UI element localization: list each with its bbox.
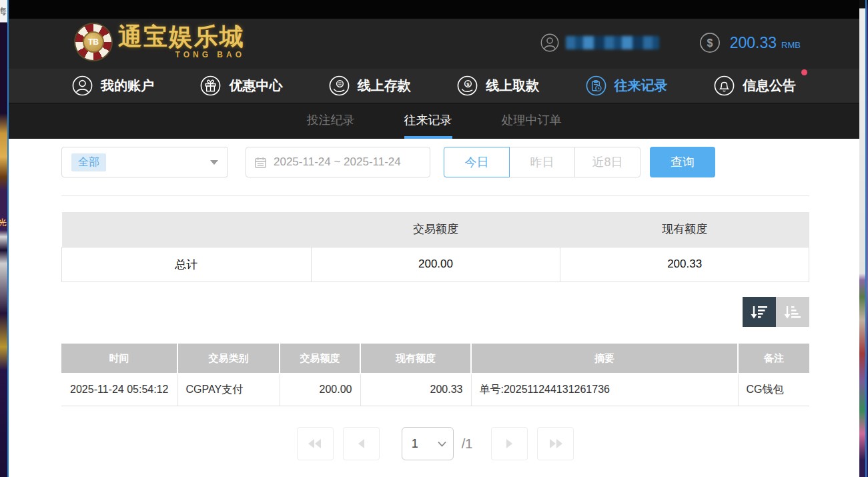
tab-pending-orders[interactable]: 处理中订单 [502,103,562,139]
site-logo[interactable]: TB 通宝娱乐城 TONG BAO [75,24,245,60]
caret-down-icon [210,160,218,165]
quick-last8days-button[interactable]: 近8日 [574,147,640,177]
nav-item-my-account[interactable]: 我的账户 [72,75,154,96]
nav-label: 我的账户 [101,77,154,95]
username-blurred [566,36,659,49]
table-row: 2025-11-24 05:54:12 CGPAY支付 200.00 200.3… [61,374,809,406]
balance-currency: RMB [781,36,801,50]
divider [61,195,809,196]
quick-yesterday-button[interactable]: 昨日 [509,147,575,177]
cell-note: CG钱包 [738,374,809,406]
cell-time: 2025-11-24 05:54:12 [61,374,177,406]
records-icon [586,75,606,96]
records-header-row: 时间 交易类别 交易额度 现有额度 摘要 备注 [61,344,809,374]
quick-today-button[interactable]: 今日 [444,147,510,177]
summary-total-label: 总计 [62,247,312,282]
next-page-icon [504,438,515,450]
main-window: TB 通宝娱乐城 TONG BAO $ [9,0,859,477]
sort-controls [743,297,809,327]
sort-ascending-button[interactable] [776,297,809,327]
col-note: 备注 [738,344,809,374]
nav-label: 线上取款 [486,77,539,95]
page-select[interactable]: 1 [402,427,454,460]
filter-row: 全部 2025-11-24 ~ 2025-11-24 [61,147,715,177]
tab-bet-records[interactable]: 投注纪录 [307,103,355,139]
col-time: 时间 [61,344,177,374]
casino-chip-icon: TB [75,24,111,60]
notification-dot [801,69,807,75]
calendar-icon [254,156,267,169]
date-range-input[interactable]: 2025-11-24 ~ 2025-11-24 [246,147,430,177]
page-total-label: /1 [462,436,473,452]
summary-header-balance: 现有额度 [560,212,809,247]
first-page-icon [307,438,323,450]
prev-page-icon [356,438,366,450]
col-type: 交易类别 [177,344,280,374]
cell-summary: 单号:202511244131261736 [471,374,738,406]
cell-type: CGPAY支付 [177,374,280,406]
search-button[interactable]: 查询 [650,147,715,177]
col-balance: 现有额度 [360,344,471,374]
content-area: 全部 2025-11-24 ~ 2025-11-24 [9,139,859,477]
main-nav: 我的账户 优惠中心 [9,69,859,103]
svg-text:$: $ [466,81,470,87]
balance-area[interactable]: $ 200.33 RMB [699,32,801,53]
logo-name-cn: 通宝娱乐城 [118,25,245,49]
summary-header-amount: 交易额度 [311,212,560,247]
last-page-button[interactable] [537,427,574,460]
last-page-icon [548,438,564,450]
gift-icon [200,75,221,96]
page-select-value: 1 [412,437,418,451]
summary-table: 交易额度 现有额度 总计 200.00 200.33 [61,212,809,282]
nav-item-deposit[interactable]: 线上存款 [329,75,411,96]
nav-label: 信息公告 [743,77,796,95]
top-black-bar [9,0,859,19]
sort-descending-button[interactable] [743,297,776,327]
next-page-button[interactable] [491,427,528,460]
logo-name-en: TONG BAO [175,50,245,59]
nav-item-transactions[interactable]: 往来记录 [586,75,668,96]
nav-label: 往来记录 [614,77,668,95]
tab-transaction-records[interactable]: 往来记录 [404,103,452,139]
dollar-circle-icon: $ [699,32,721,53]
nav-item-withdraw[interactable]: $ 线上取款 [457,75,539,96]
withdraw-icon: $ [457,75,478,96]
cell-balance: 200.33 [360,374,471,406]
summary-total-amount: 200.00 [311,247,560,282]
first-page-button[interactable] [297,427,334,460]
svg-text:$: $ [707,37,713,49]
sort-descending-icon [750,304,769,320]
nav-item-promotions[interactable]: 优惠中心 [200,75,282,96]
nav-label: 线上存款 [358,77,411,95]
col-amount: 交易额度 [280,344,360,374]
summary-header-row: 交易额度 现有额度 [62,212,809,247]
bell-icon [714,75,735,96]
page-root: 海 光 TB 通宝娱乐城 TONG BAO [0,0,868,477]
sub-tab-bar: 投注纪录 往来记录 处理中订单 [9,103,859,139]
chevron-down-icon [438,441,446,447]
summary-header-empty [62,212,312,247]
logo-text: 通宝娱乐城 TONG BAO [118,25,245,59]
summary-total-balance: 200.33 [560,247,809,282]
user-icon [72,75,93,96]
quick-date-group: 今日 昨日 近8日 [444,147,640,177]
selected-type-tag: 全部 [71,153,106,171]
background-page-left-edge: 海 光 [0,0,7,477]
sort-ascending-icon [783,304,802,320]
deposit-icon [329,75,350,96]
browser-scrollbar[interactable] [859,0,865,477]
user-account-area[interactable] [540,33,659,52]
user-avatar-icon [540,33,559,52]
balance-amount: 200.33 [730,34,777,52]
records-table: 时间 交易类别 交易额度 现有额度 摘要 备注 2025-11-24 05:54… [61,344,809,406]
date-range-value: 2025-11-24 ~ 2025-11-24 [274,155,401,169]
col-summary: 摘要 [471,344,738,374]
type-select[interactable]: 全部 [61,147,228,177]
cell-amount: 200.00 [280,374,360,406]
edge-char-mid: 光 [0,217,7,229]
pagination: 1 /1 [61,427,809,460]
nav-item-announcements[interactable]: 信息公告 [714,75,796,96]
site-header: TB 通宝娱乐城 TONG BAO $ [9,19,859,69]
edge-char-top: 海 [0,5,7,17]
prev-page-button[interactable] [343,427,380,460]
